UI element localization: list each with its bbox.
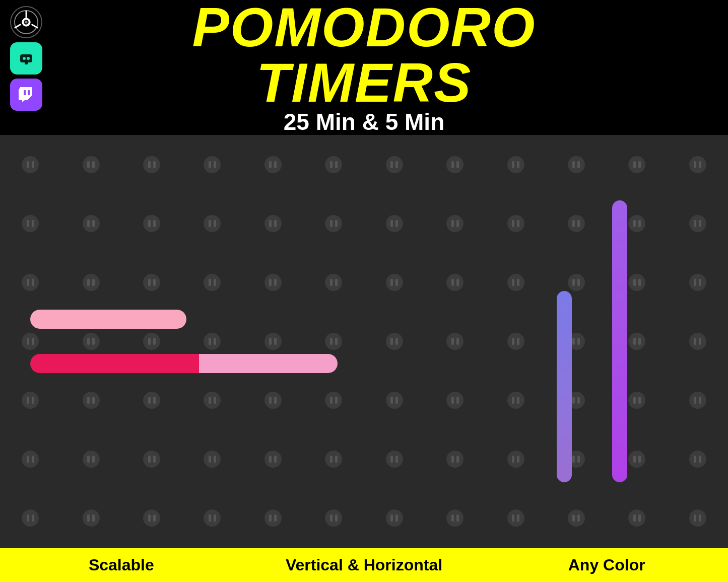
footer: Scalable Vertical & Horizontal Any Color (0, 548, 728, 582)
twitch-icon (17, 85, 36, 104)
app-icons (10, 6, 42, 111)
vertical-bars (557, 200, 627, 482)
short-purple-vbar (557, 291, 572, 482)
twitch-icon-box (10, 79, 42, 111)
title-line2: TIMERS (192, 55, 536, 110)
horizontal-bars (30, 310, 338, 373)
streamlabs-icon-box (10, 42, 42, 75)
svg-point-8 (23, 57, 26, 60)
title-line1: POMODORO (192, 0, 536, 55)
timers-area (0, 135, 728, 548)
header: POMODORO TIMERS 25 Min & 5 Min (0, 0, 728, 135)
obs-icon-box (10, 6, 42, 38)
svg-rect-11 (24, 90, 26, 95)
subtitle: 25 Min & 5 Min (192, 108, 536, 135)
main-content (0, 135, 728, 548)
footer-scalable: Scalable (0, 556, 243, 574)
header-text: POMODORO TIMERS 25 Min & 5 Min (192, 0, 536, 135)
svg-rect-7 (20, 54, 32, 62)
streamlabs-icon (16, 48, 36, 68)
footer-color: Any Color (485, 556, 728, 574)
long-gradient-bar (30, 354, 338, 373)
footer-orientation: Vertical & Horizontal (243, 556, 486, 574)
obs-icon (14, 10, 38, 34)
short-pink-bar (30, 310, 186, 329)
svg-rect-12 (28, 90, 30, 95)
svg-point-9 (27, 57, 30, 60)
svg-rect-10 (25, 62, 28, 64)
long-purple-vbar (612, 200, 627, 482)
svg-point-6 (25, 21, 28, 24)
